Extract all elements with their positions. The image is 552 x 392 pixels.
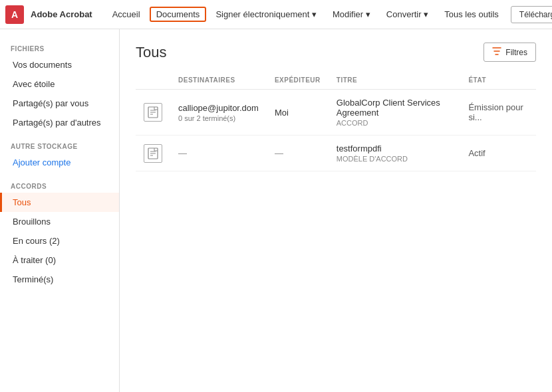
row1-status: Émission pour si... — [468, 102, 523, 122]
row2-etat: Actif — [460, 136, 536, 171]
download-button[interactable]: Télécharger l'applic... — [511, 6, 552, 23]
row1-recipient: calliope@jupitor.dom 0 sur 2 terminé(s) — [170, 90, 267, 136]
document-icon — [144, 103, 162, 122]
col-expediteur: EXPÉDITEUR — [267, 72, 329, 90]
filter-label: Filtres — [505, 48, 527, 57]
col-icon — [136, 72, 170, 90]
filter-button[interactable]: Filtres — [483, 43, 536, 62]
row2-icon-cell — [136, 136, 170, 171]
nav-accueil[interactable]: Accueil — [106, 7, 147, 22]
sidebar-item-ajouter-compte[interactable]: Ajouter compte — [0, 153, 119, 172]
row2-expediteur: — — [267, 136, 329, 171]
main-content: Tous Filtres DESTINATAIRES EXPÉDITEUR TI… — [120, 29, 552, 392]
nav-convertir[interactable]: Convertir ▾ — [380, 7, 435, 22]
documents-table: DESTINATAIRES EXPÉDITEUR TITRE ÉTAT — [136, 72, 536, 171]
row1-subtitle: ACCORD — [337, 119, 453, 127]
row1-progress: 0 sur 2 terminé(s) — [178, 114, 259, 122]
nav-documents[interactable]: Documents — [150, 7, 207, 22]
sidebar-item-termines[interactable]: Terminé(s) — [0, 270, 119, 289]
col-destinataires: DESTINATAIRES — [170, 72, 267, 90]
nav-signer[interactable]: Signer électroniquement ▾ — [209, 7, 323, 22]
row1-title-cell: GlobalCorp Client Services Agreement ACC… — [329, 90, 461, 136]
app-logo: A — [5, 5, 24, 24]
sidebar-item-brouillons[interactable]: Brouillons — [0, 212, 119, 231]
page-title: Tous — [136, 44, 166, 61]
section-title-fichiers: FICHIERS — [0, 40, 119, 55]
row2-status: Actif — [468, 148, 485, 158]
row2-email: — — [178, 148, 259, 158]
col-etat: ÉTAT — [460, 72, 536, 90]
row1-etat: Émission pour si... — [460, 90, 536, 136]
topnav: A Adobe Acrobat Accueil Documents Signer… — [0, 0, 552, 29]
sidebar-item-en-cours[interactable]: En cours (2) — [0, 231, 119, 250]
row1-title: GlobalCorp Client Services Agreement — [337, 98, 453, 118]
nav-tous-outils[interactable]: Tous les outils — [438, 7, 505, 22]
filter-icon — [492, 47, 501, 58]
app-layout: FICHIERS Vos documents Avec étoile Parta… — [0, 29, 552, 392]
app-name: Adobe Acrobat — [31, 9, 92, 19]
sidebar-item-avec-etoile[interactable]: Avec étoile — [0, 74, 119, 94]
col-titre: TITRE — [329, 72, 461, 90]
section-title-autre-stockage: AUTRE STOCKAGE — [0, 138, 119, 153]
sidebar-item-partages-par-autres[interactable]: Partagé(s) par d'autres — [0, 113, 119, 132]
sidebar: FICHIERS Vos documents Avec étoile Parta… — [0, 29, 120, 392]
table-row[interactable]: calliope@jupitor.dom 0 sur 2 terminé(s) … — [136, 90, 536, 136]
row2-title-cell: testformpdfi MODÈLE D'ACCORD — [329, 136, 461, 171]
row2-subtitle: MODÈLE D'ACCORD — [337, 155, 453, 163]
row2-title: testformpdfi — [337, 144, 453, 153]
sidebar-item-a-traiter[interactable]: À traiter (0) — [0, 250, 119, 270]
table-row[interactable]: — — testformpdfi MODÈLE D'ACCORD Actif — [136, 136, 536, 171]
section-title-accords: ACCORDS — [0, 177, 119, 193]
main-header: Tous Filtres — [136, 43, 536, 62]
row1-expediteur: Moi — [267, 90, 329, 136]
document-icon — [144, 144, 162, 163]
nav-modifier[interactable]: Modifier ▾ — [326, 7, 377, 22]
sidebar-item-partages-par-vous[interactable]: Partagé(s) par vous — [0, 94, 119, 113]
sidebar-item-vos-documents[interactable]: Vos documents — [0, 55, 119, 74]
row1-email: calliope@jupitor.dom — [178, 103, 259, 113]
row2-recipient: — — [170, 136, 267, 171]
row1-icon-cell — [136, 90, 170, 136]
sidebar-item-tous[interactable]: Tous — [0, 193, 119, 212]
